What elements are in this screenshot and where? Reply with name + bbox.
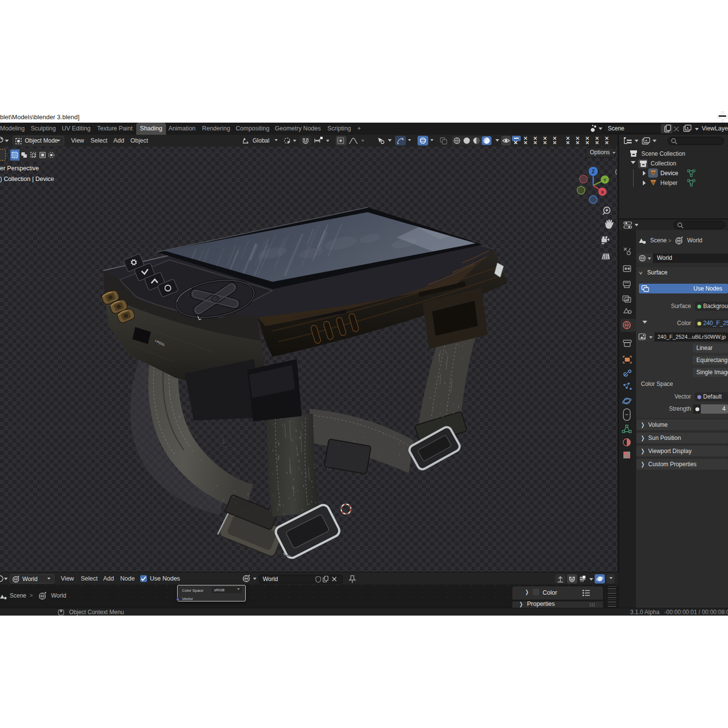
svg-text:Y: Y [603,178,606,182]
svg-text:X: X [601,190,604,195]
svg-text:Z: Z [592,169,595,174]
